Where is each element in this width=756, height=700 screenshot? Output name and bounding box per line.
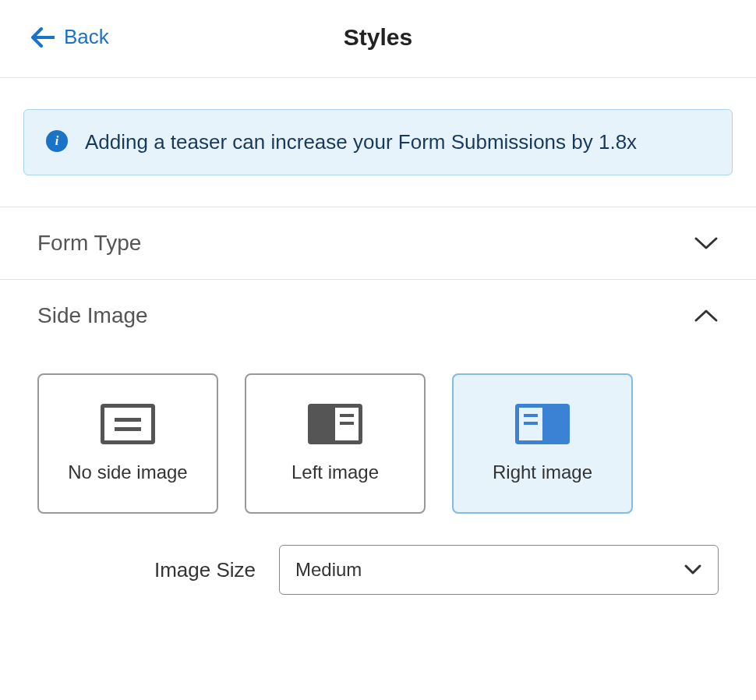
side-image-options: No side image Left image Right image (0, 352, 756, 545)
info-banner: i Adding a teaser can increase your Form… (23, 109, 733, 175)
section-side-image[interactable]: Side Image (0, 280, 756, 352)
no-side-image-icon (101, 404, 155, 444)
image-size-value: Medium (295, 559, 362, 581)
back-label: Back (64, 25, 109, 49)
option-label: No side image (68, 461, 187, 483)
chevron-down-icon (694, 235, 719, 251)
back-button[interactable]: Back (31, 25, 109, 49)
page-title: Styles (344, 24, 412, 51)
section-label: Form Type (37, 231, 141, 256)
section-label: Side Image (37, 303, 148, 328)
page-header: Back Styles (0, 0, 756, 78)
section-form-type[interactable]: Form Type (0, 207, 756, 280)
banner-container: i Adding a teaser can increase your Form… (0, 78, 756, 207)
arrow-left-icon (31, 27, 55, 48)
left-image-icon (308, 404, 362, 444)
chevron-up-icon (694, 308, 719, 323)
chevron-down-icon (684, 559, 702, 581)
option-left-image[interactable]: Left image (245, 373, 426, 514)
option-label: Left image (291, 461, 379, 483)
image-size-label: Image Size (37, 558, 256, 582)
option-no-side-image[interactable]: No side image (37, 373, 218, 514)
info-icon: i (46, 130, 68, 152)
image-size-select[interactable]: Medium (279, 545, 719, 595)
image-size-field: Image Size Medium (0, 545, 756, 626)
right-image-icon (515, 404, 570, 444)
option-right-image[interactable]: Right image (452, 373, 633, 514)
option-label: Right image (493, 461, 592, 483)
banner-text: Adding a teaser can increase your Form S… (85, 127, 637, 157)
image-size-select-wrap: Medium (279, 545, 719, 595)
